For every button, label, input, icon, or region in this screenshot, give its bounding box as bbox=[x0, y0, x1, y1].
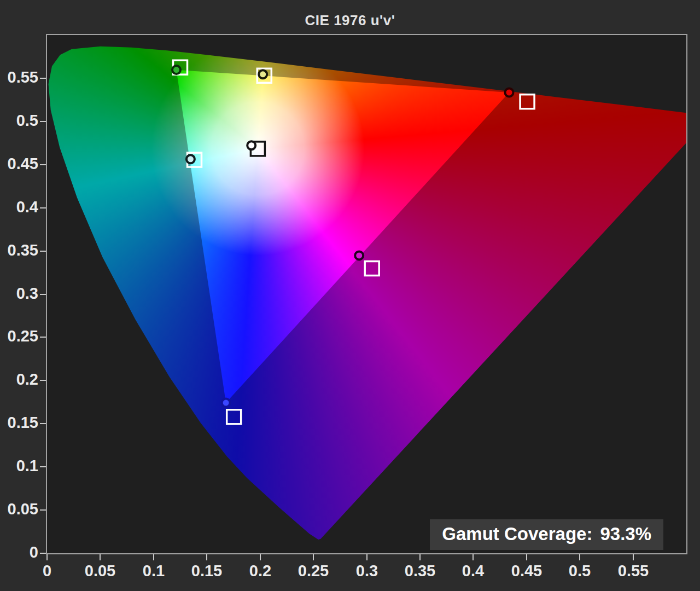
y-tick-label: 0 bbox=[0, 543, 38, 561]
y-tick-label: 0.05 bbox=[0, 500, 38, 518]
x-tick-label: 0.35 bbox=[390, 562, 450, 580]
measured-magenta-dot bbox=[355, 251, 363, 259]
x-tick-label: 0.55 bbox=[603, 562, 663, 580]
y-tick-label: 0.35 bbox=[0, 241, 38, 259]
y-tick-mark bbox=[40, 423, 46, 424]
measured-blue-dot bbox=[222, 399, 230, 407]
target-red-square bbox=[520, 95, 534, 109]
y-tick-label: 0.2 bbox=[0, 370, 38, 389]
x-tick-label: 0.25 bbox=[283, 562, 343, 580]
y-tick-mark bbox=[40, 553, 46, 554]
y-tick-mark bbox=[40, 380, 46, 381]
x-tick-mark bbox=[46, 554, 48, 560]
target-magenta-square bbox=[365, 262, 379, 276]
x-tick-mark bbox=[100, 554, 101, 560]
y-tick-label: 0.45 bbox=[0, 155, 38, 173]
measured-red-dot bbox=[505, 89, 514, 97]
x-tick-mark bbox=[206, 554, 207, 560]
x-tick-label: 0.4 bbox=[443, 562, 503, 580]
x-tick-label: 0.05 bbox=[70, 562, 130, 580]
measured-yellow-dot bbox=[259, 70, 267, 78]
x-tick-mark bbox=[633, 554, 634, 560]
x-tick-mark bbox=[153, 554, 154, 560]
x-tick-label: 0 bbox=[17, 562, 77, 580]
y-tick-label: 0.1 bbox=[0, 457, 38, 475]
x-tick-label: 0.3 bbox=[337, 562, 397, 580]
gamut-coverage-badge: Gamut Coverage:93.3% bbox=[430, 519, 663, 550]
x-tick-mark bbox=[366, 554, 368, 560]
y-tick-label: 0.4 bbox=[0, 198, 38, 216]
y-tick-mark bbox=[40, 251, 46, 252]
y-tick-mark bbox=[40, 509, 46, 511]
y-tick-mark bbox=[40, 337, 46, 338]
screen: { "title": "CIE 1976 u'v'", "coverage": … bbox=[0, 0, 700, 591]
gamut-markers-layer bbox=[47, 35, 686, 553]
y-tick-mark bbox=[40, 164, 46, 165]
x-tick-mark bbox=[313, 554, 314, 560]
x-tick-mark bbox=[472, 554, 474, 560]
x-tick-label: 0.1 bbox=[124, 562, 184, 580]
y-tick-mark bbox=[40, 207, 46, 208]
measured-cyan-dot bbox=[186, 155, 195, 163]
x-tick-label: 0.5 bbox=[550, 562, 610, 580]
x-tick-label: 0.2 bbox=[230, 562, 290, 580]
target-blue-square bbox=[227, 410, 241, 424]
y-tick-label: 0.25 bbox=[0, 327, 38, 345]
y-tick-label: 0.55 bbox=[0, 68, 38, 86]
y-tick-mark bbox=[40, 78, 46, 79]
gamut-coverage-label: Gamut Coverage: bbox=[442, 524, 592, 544]
y-tick-label: 0.5 bbox=[0, 112, 38, 130]
gamut-coverage-value: 93.3% bbox=[600, 524, 651, 544]
x-tick-label: 0.15 bbox=[177, 562, 237, 580]
x-tick-label: 0.45 bbox=[497, 562, 557, 580]
x-tick-mark bbox=[419, 554, 421, 560]
y-tick-mark bbox=[40, 294, 46, 295]
x-tick-mark bbox=[579, 554, 580, 560]
plot-area: Gamut Coverage:93.3% bbox=[46, 34, 687, 554]
y-tick-mark bbox=[40, 466, 46, 467]
x-tick-mark bbox=[526, 554, 527, 560]
x-tick-mark bbox=[260, 554, 261, 560]
chart-title: CIE 1976 u'v' bbox=[0, 12, 700, 29]
measured-white-dot bbox=[247, 141, 255, 149]
y-tick-mark bbox=[40, 121, 46, 122]
y-tick-label: 0.15 bbox=[0, 414, 38, 432]
y-tick-label: 0.3 bbox=[0, 285, 38, 303]
chart-stage: CIE 1976 u'v' Gamut Coverage:93.3% 00.05… bbox=[0, 0, 700, 591]
measured-green-dot bbox=[172, 66, 180, 74]
